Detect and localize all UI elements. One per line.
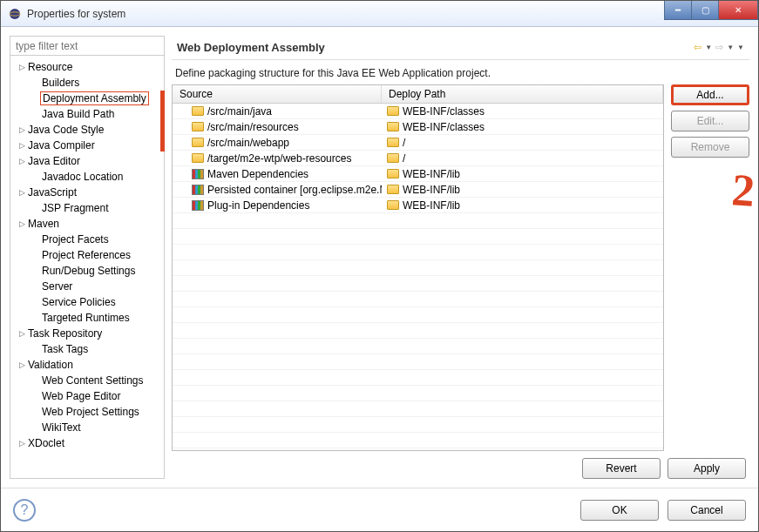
menu-icon[interactable]: ▼ bbox=[737, 44, 744, 51]
table-row-empty bbox=[173, 229, 663, 245]
sidebar-item-web-content-settings[interactable]: Web Content Settings bbox=[10, 373, 164, 388]
annotation-number-2: 2 bbox=[730, 164, 756, 217]
sidebar-item-resource[interactable]: ▷Resource bbox=[10, 59, 164, 75]
table-body[interactable]: /src/main/javaWEB-INF/classes/src/main/r… bbox=[173, 104, 663, 450]
sidebar-item-server[interactable]: Server bbox=[10, 279, 164, 294]
sidebar-item-javadoc-location[interactable]: Javadoc Location bbox=[10, 169, 164, 185]
window-controls: ━ ▢ ✕ bbox=[665, 1, 758, 20]
minimize-button[interactable]: ━ bbox=[664, 1, 692, 20]
table-row[interactable]: Plug-in DependenciesWEB-INF/lib bbox=[173, 198, 663, 213]
sidebar-item-java-compiler[interactable]: ▷Java Compiler bbox=[10, 138, 164, 153]
col-deploy[interactable]: Deploy Path bbox=[382, 85, 663, 103]
table-row-empty bbox=[173, 307, 663, 323]
deploy-text: WEB-INF/classes bbox=[403, 121, 485, 133]
expander-icon[interactable]: ▷ bbox=[17, 157, 26, 165]
expander-icon[interactable]: ▷ bbox=[17, 439, 26, 448]
table-row[interactable]: Persisted container [org.eclipse.m2e.MAV… bbox=[173, 182, 663, 198]
expander-icon[interactable]: ▷ bbox=[17, 329, 26, 338]
remove-button[interactable]: Remove bbox=[671, 137, 749, 158]
back-menu-icon[interactable]: ▼ bbox=[705, 44, 712, 51]
sidebar-item-project-references[interactable]: Project References bbox=[10, 247, 164, 263]
source-text: Maven Dependencies bbox=[207, 168, 308, 180]
sidebar-item-wikitext[interactable]: WikiText bbox=[10, 420, 164, 435]
svg-point-0 bbox=[10, 9, 20, 19]
close-button[interactable]: ✕ bbox=[718, 1, 758, 20]
source-text: /src/main/webapp bbox=[207, 137, 289, 149]
folder-icon bbox=[387, 122, 399, 131]
cell-deploy: WEB-INF/lib bbox=[382, 168, 663, 180]
sidebar-item-service-policies[interactable]: Service Policies bbox=[10, 294, 164, 310]
forward-menu-icon[interactable]: ▼ bbox=[727, 44, 734, 51]
sidebar-item-task-repository[interactable]: ▷Task Repository bbox=[10, 326, 164, 341]
sidebar-item-deployment-assembly[interactable]: Deployment Assembly bbox=[10, 91, 164, 106]
cell-deploy: WEB-INF/classes bbox=[382, 105, 663, 118]
sidebar-item-web-project-settings[interactable]: Web Project Settings bbox=[10, 404, 164, 420]
revert-button[interactable]: Revert bbox=[582, 458, 661, 479]
sidebar-item-run-debug-settings[interactable]: Run/Debug Settings bbox=[10, 263, 164, 279]
folder-icon bbox=[387, 200, 399, 210]
folder-icon bbox=[192, 106, 204, 116]
table-row-empty bbox=[173, 339, 663, 354]
sidebar-item-label: Web Page Editor bbox=[40, 390, 121, 402]
table-row[interactable]: /target/m2e-wtp/web-resources/ bbox=[173, 151, 663, 166]
table-row-empty bbox=[173, 370, 663, 386]
sidebar-item-label: Service Policies bbox=[40, 296, 116, 308]
sidebar-item-project-facets[interactable]: Project Facets bbox=[10, 232, 164, 247]
sidebar-item-xdoclet[interactable]: ▷XDoclet bbox=[10, 435, 164, 451]
table-row[interactable]: /src/main/webapp/ bbox=[173, 135, 663, 151]
sidebar-item-label: Run/Debug Settings bbox=[40, 265, 135, 277]
apply-button[interactable]: Apply bbox=[668, 458, 746, 479]
forward-icon[interactable]: ⇨ bbox=[715, 42, 723, 53]
source-text: /src/main/java bbox=[207, 105, 272, 118]
expander-icon[interactable]: ▷ bbox=[17, 125, 26, 134]
expander-icon[interactable]: ▷ bbox=[17, 360, 26, 369]
sidebar-item-web-page-editor[interactable]: Web Page Editor bbox=[10, 388, 164, 404]
sidebar-item-label: Resource bbox=[26, 61, 72, 73]
sidebar-item-jsp-fragment[interactable]: JSP Fragment bbox=[10, 200, 164, 216]
edit-button[interactable]: Edit... bbox=[671, 111, 749, 131]
filter-input[interactable] bbox=[10, 37, 164, 56]
sidebar-item-javascript[interactable]: ▷JavaScript bbox=[10, 185, 164, 200]
sidebar-item-validation[interactable]: ▷Validation bbox=[10, 357, 164, 373]
category-tree[interactable]: ▷ResourceBuildersDeployment AssemblyJava… bbox=[10, 56, 164, 478]
deploy-text: WEB-INF/lib bbox=[403, 184, 460, 196]
expander-icon[interactable]: ▷ bbox=[17, 63, 26, 71]
table-row[interactable]: /src/main/javaWEB-INF/classes bbox=[173, 104, 663, 119]
table-row[interactable]: Maven DependenciesWEB-INF/lib bbox=[173, 166, 663, 182]
folder-icon bbox=[387, 138, 399, 147]
sidebar-item-targeted-runtimes[interactable]: Targeted Runtimes bbox=[10, 310, 164, 326]
table-row-empty bbox=[173, 417, 663, 433]
sidebar-item-java-build-path[interactable]: Java Build Path bbox=[10, 106, 164, 122]
sidebar-item-label: Server bbox=[40, 280, 72, 293]
cell-source: /src/main/webapp bbox=[173, 137, 382, 149]
nav-toolbar: ⇦ ▼ ⇨ ▼ ▼ bbox=[694, 42, 744, 53]
table-row[interactable]: /src/main/resourcesWEB-INF/classes bbox=[173, 119, 663, 135]
add-button[interactable]: Add... bbox=[671, 84, 749, 105]
expander-icon[interactable]: ▷ bbox=[17, 219, 26, 228]
folder-icon bbox=[387, 185, 399, 194]
dialog-body: ▷ResourceBuildersDeployment AssemblyJava… bbox=[1, 27, 758, 531]
sidebar-item-java-code-style[interactable]: ▷Java Code Style bbox=[10, 122, 164, 138]
ok-button[interactable]: OK bbox=[580, 500, 659, 521]
folder-icon bbox=[192, 138, 204, 147]
sidebar-item-label: JSP Fragment bbox=[40, 202, 108, 214]
maximize-button[interactable]: ▢ bbox=[691, 1, 719, 20]
cancel-button[interactable]: Cancel bbox=[668, 500, 746, 521]
back-icon[interactable]: ⇦ bbox=[694, 42, 701, 53]
cell-deploy: WEB-INF/lib bbox=[382, 184, 663, 196]
eclipse-icon bbox=[8, 7, 22, 21]
sidebar-item-label: Project References bbox=[40, 249, 131, 261]
expander-icon[interactable]: ▷ bbox=[17, 188, 26, 197]
sidebar-item-maven[interactable]: ▷Maven bbox=[10, 216, 164, 232]
col-source[interactable]: Source bbox=[173, 85, 382, 103]
cell-source: Maven Dependencies bbox=[173, 168, 382, 180]
folder-icon bbox=[387, 106, 399, 116]
sidebar-item-task-tags[interactable]: Task Tags bbox=[10, 341, 164, 357]
sidebar-item-label: Task Repository bbox=[26, 327, 102, 340]
sidebar-item-label: Java Compiler bbox=[26, 139, 95, 152]
sidebar-item-builders[interactable]: Builders bbox=[10, 75, 164, 91]
help-icon[interactable]: ? bbox=[13, 499, 36, 522]
cell-deploy: WEB-INF/classes bbox=[382, 121, 663, 133]
sidebar-item-java-editor[interactable]: ▷Java Editor bbox=[10, 153, 164, 169]
expander-icon[interactable]: ▷ bbox=[17, 141, 26, 150]
